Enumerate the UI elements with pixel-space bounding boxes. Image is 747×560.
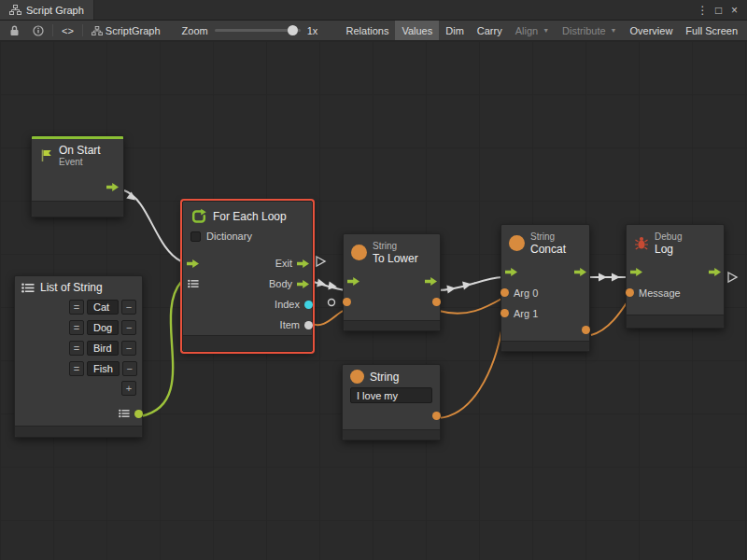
drag-handle[interactable]: = (69, 320, 84, 335)
trigger-output-port[interactable] (106, 183, 119, 191)
close-icon[interactable]: × (726, 4, 742, 17)
flow-arrow-icon (297, 280, 309, 288)
node-string-literal[interactable]: String I love my (342, 364, 441, 441)
list-item-field[interactable]: Bird (87, 341, 119, 356)
node-debug-log[interactable]: Debug Log Message (626, 224, 725, 329)
collection-input-port[interactable] (188, 279, 199, 288)
string-output-port[interactable] (432, 298, 435, 306)
node-footer (15, 426, 142, 437)
flow-arrow-icon (709, 268, 721, 276)
remove-item-button[interactable]: − (122, 361, 137, 376)
carry-button[interactable]: Carry (471, 21, 509, 40)
distribute-dropdown[interactable]: Distribute▼ (556, 21, 623, 40)
graph-canvas[interactable]: On Start Event List of String (0, 41, 747, 560)
tab-title: Script Graph (26, 5, 84, 16)
list-item-field[interactable]: Dog (87, 320, 119, 335)
flow-output-port[interactable] (574, 268, 586, 276)
port-dot (626, 288, 634, 297)
list-item-field[interactable]: Fish (87, 361, 120, 376)
maximize-icon[interactable]: □ (711, 4, 726, 17)
index-output-port[interactable]: Index (275, 299, 307, 310)
flow-output-port[interactable] (425, 277, 437, 286)
port-dot (134, 410, 143, 418)
lock-icon (9, 25, 20, 36)
toolbar-right-group: Relations Values Dim Carry Align▼ Distri… (340, 21, 744, 40)
loop-icon (190, 208, 207, 225)
zoom-slider-thumb[interactable] (288, 25, 298, 35)
string-input-port[interactable] (348, 298, 351, 306)
node-title: On Start (59, 144, 101, 157)
string-type-icon (509, 235, 525, 251)
toolbar-separator (52, 24, 53, 36)
dim-button[interactable]: Dim (439, 21, 471, 40)
node-string-to-lower[interactable]: String To Lower (343, 233, 441, 331)
string-type-icon (350, 370, 364, 384)
menu-icon[interactable]: ⋮ (695, 4, 711, 17)
list-output-port[interactable] (119, 409, 137, 418)
port-dot (432, 298, 441, 306)
node-footer (343, 429, 440, 440)
lock-button[interactable] (3, 21, 26, 40)
flow-arrow-icon (347, 277, 359, 286)
list-item-row: = Fish − (15, 358, 142, 379)
flow-input-port[interactable] (505, 268, 517, 276)
node-string-concat[interactable]: String Concat Arg 0 (500, 224, 590, 352)
port-dot (500, 309, 509, 317)
remove-item-button[interactable]: − (121, 320, 136, 335)
item-output-port[interactable]: Item (280, 319, 307, 330)
code-preview-button[interactable]: <> (55, 21, 80, 40)
string-output-port[interactable] (432, 412, 435, 420)
graph-icon (92, 26, 103, 35)
tab-script-graph[interactable]: Script Graph (0, 0, 94, 20)
node-category: Debug (655, 231, 682, 243)
drag-handle[interactable]: = (69, 361, 84, 376)
overview-button[interactable]: Overview (624, 21, 680, 40)
info-button[interactable] (26, 21, 50, 40)
flow-output-port[interactable] (709, 268, 721, 276)
values-button[interactable]: Values (395, 21, 439, 40)
drag-handle[interactable]: = (69, 300, 84, 315)
drag-handle[interactable]: = (69, 341, 84, 356)
toolbar-separator (82, 24, 83, 36)
remove-item-button[interactable]: − (121, 300, 136, 315)
exit-output-port[interactable]: Exit (275, 258, 309, 269)
flow-arrow-icon (425, 277, 437, 286)
add-item-button[interactable]: + (121, 381, 136, 396)
flow-input-port[interactable] (347, 277, 359, 286)
list-item-row: = Cat − (15, 297, 142, 317)
node-title: Log (655, 243, 682, 256)
list-item-field[interactable]: Cat (87, 300, 119, 315)
flow-arrow-icon (187, 259, 199, 268)
align-dropdown[interactable]: Align▼ (509, 21, 556, 40)
body-output-port[interactable]: Body (269, 278, 309, 289)
code-icon: <> (62, 25, 74, 36)
flag-icon (39, 148, 53, 162)
dictionary-label: Dictionary (206, 231, 252, 242)
graph-breadcrumb[interactable]: ScriptGraph (85, 21, 167, 40)
node-list-of-string[interactable]: List of String = Cat − = Dog − = Bird − … (14, 275, 143, 438)
flow-input-port[interactable] (630, 268, 642, 276)
message-input-port[interactable]: Message (631, 287, 681, 299)
node-title: To Lower (373, 252, 418, 265)
port-dot (304, 321, 313, 329)
port-dot (582, 326, 590, 334)
arg1-input-port[interactable]: Arg 1 (506, 308, 538, 319)
node-on-start[interactable]: On Start Event (31, 135, 124, 217)
relations-button[interactable]: Relations (340, 21, 396, 40)
full-screen-button[interactable]: Full Screen (679, 21, 744, 40)
chevron-down-icon: ▼ (611, 27, 617, 34)
zoom-slider[interactable] (215, 29, 301, 32)
dictionary-checkbox[interactable] (190, 231, 201, 242)
port-dot (432, 412, 441, 420)
arg0-input-port[interactable]: Arg 0 (506, 287, 538, 299)
info-icon (33, 25, 44, 36)
flow-input-port[interactable] (187, 259, 199, 268)
remove-item-button[interactable]: − (121, 341, 136, 356)
result-output-port[interactable] (582, 326, 585, 334)
node-title: List of String (40, 281, 103, 294)
list-icon (21, 283, 35, 293)
flow-arrow-icon (505, 268, 517, 276)
node-category: String (530, 231, 566, 243)
node-for-each-loop[interactable]: For Each Loop Dictionary Exit (182, 201, 313, 352)
string-value-field[interactable]: I love my (350, 387, 432, 403)
